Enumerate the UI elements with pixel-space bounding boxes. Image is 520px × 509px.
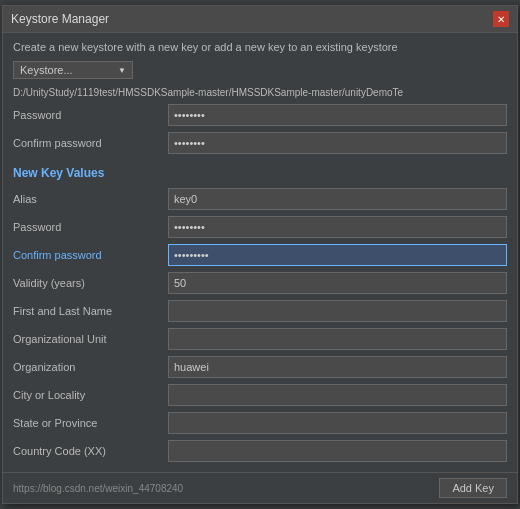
city-locality-row: City or Locality bbox=[13, 384, 507, 406]
new-confirm-password-row: Confirm password bbox=[13, 244, 507, 266]
new-confirm-password-input[interactable] bbox=[168, 244, 507, 266]
validity-input[interactable] bbox=[168, 272, 507, 294]
city-locality-input[interactable] bbox=[168, 384, 507, 406]
alias-row: Alias bbox=[13, 188, 507, 210]
close-button[interactable]: ✕ bbox=[493, 11, 509, 27]
new-password-row: Password bbox=[13, 216, 507, 238]
alias-input[interactable] bbox=[168, 188, 507, 210]
organization-input[interactable] bbox=[168, 356, 507, 378]
org-unit-input[interactable] bbox=[168, 328, 507, 350]
add-key-button[interactable]: Add Key bbox=[439, 478, 507, 498]
password-input[interactable] bbox=[168, 104, 507, 126]
keystore-manager-dialog: Keystore Manager ✕ Create a new keystore… bbox=[2, 5, 518, 504]
country-code-row: Country Code (XX) bbox=[13, 440, 507, 462]
new-password-input[interactable] bbox=[168, 216, 507, 238]
new-confirm-password-label: Confirm password bbox=[13, 249, 168, 261]
footer-link: https://blog.csdn.net/weixin_44708240 bbox=[13, 483, 183, 494]
organization-label: Organization bbox=[13, 361, 168, 373]
confirm-password-row: Confirm password bbox=[13, 132, 507, 154]
state-province-input[interactable] bbox=[168, 412, 507, 434]
first-last-name-input[interactable] bbox=[168, 300, 507, 322]
keystore-path: D:/UnityStudy/1119test/HMSSDKSample-mast… bbox=[13, 87, 507, 98]
first-last-name-label: First and Last Name bbox=[13, 305, 168, 317]
dialog-body: Create a new keystore with a new key or … bbox=[3, 33, 517, 472]
keystore-selector-row: Keystore... ▼ bbox=[13, 61, 507, 79]
state-province-row: State or Province bbox=[13, 412, 507, 434]
org-unit-row: Organizational Unit bbox=[13, 328, 507, 350]
title-bar: Keystore Manager ✕ bbox=[3, 6, 517, 33]
org-unit-label: Organizational Unit bbox=[13, 333, 168, 345]
alias-label: Alias bbox=[13, 193, 168, 205]
keystore-dropdown[interactable]: Keystore... ▼ bbox=[13, 61, 133, 79]
confirm-password-label: Confirm password bbox=[13, 137, 168, 149]
country-code-input[interactable] bbox=[168, 440, 507, 462]
state-province-label: State or Province bbox=[13, 417, 168, 429]
new-password-label: Password bbox=[13, 221, 168, 233]
city-locality-label: City or Locality bbox=[13, 389, 168, 401]
validity-row: Validity (years) bbox=[13, 272, 507, 294]
keystore-dropdown-label: Keystore... bbox=[20, 64, 73, 76]
dialog-footer: https://blog.csdn.net/weixin_44708240 Ad… bbox=[3, 472, 517, 503]
first-last-name-row: First and Last Name bbox=[13, 300, 507, 322]
organization-row: Organization bbox=[13, 356, 507, 378]
description-text: Create a new keystore with a new key or … bbox=[13, 41, 507, 53]
confirm-password-input[interactable] bbox=[168, 132, 507, 154]
dialog-title: Keystore Manager bbox=[11, 12, 109, 26]
password-row: Password bbox=[13, 104, 507, 126]
validity-label: Validity (years) bbox=[13, 277, 168, 289]
country-code-label: Country Code (XX) bbox=[13, 445, 168, 457]
chevron-down-icon: ▼ bbox=[118, 66, 126, 75]
password-label: Password bbox=[13, 109, 168, 121]
new-key-section-header: New Key Values bbox=[13, 166, 507, 180]
